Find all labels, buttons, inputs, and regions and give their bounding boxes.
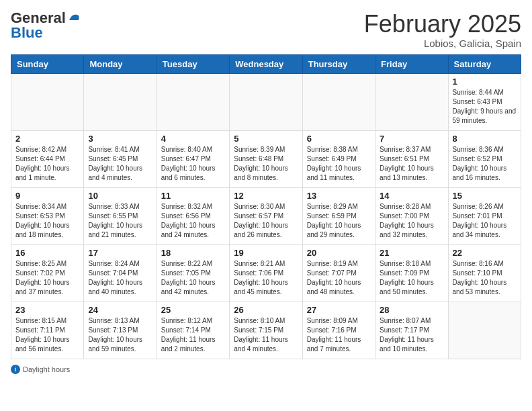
day-number: 25 [161, 305, 225, 315]
logo-icon [66, 11, 81, 26]
day-info: Sunrise: 8:16 AM Sunset: 7:10 PM Dayligh… [453, 259, 517, 297]
calendar-cell: 24Sunrise: 8:13 AM Sunset: 7:13 PM Dayli… [84, 302, 157, 359]
day-number: 4 [161, 134, 225, 144]
day-info: Sunrise: 8:39 AM Sunset: 6:48 PM Dayligh… [234, 145, 298, 183]
calendar-cell: 6Sunrise: 8:38 AM Sunset: 6:49 PM Daylig… [302, 130, 375, 187]
month-title: February 2025 [364, 11, 521, 38]
calendar-cell: 2Sunrise: 8:42 AM Sunset: 6:44 PM Daylig… [11, 130, 84, 187]
day-number: 21 [380, 248, 443, 258]
day-info: Sunrise: 8:29 AM Sunset: 6:59 PM Dayligh… [307, 202, 371, 240]
header-wednesday: Wednesday [230, 54, 302, 73]
day-info: Sunrise: 8:28 AM Sunset: 7:00 PM Dayligh… [380, 202, 443, 240]
day-number: 18 [161, 248, 225, 258]
day-info: Sunrise: 8:44 AM Sunset: 6:43 PM Dayligh… [453, 88, 517, 126]
day-number: 15 [453, 191, 517, 201]
location-title: Lobios, Galicia, Spain [364, 38, 521, 49]
calendar-cell: 11Sunrise: 8:32 AM Sunset: 6:56 PM Dayli… [157, 187, 229, 244]
day-info: Sunrise: 8:13 AM Sunset: 7:13 PM Dayligh… [88, 316, 152, 354]
day-info: Sunrise: 8:24 AM Sunset: 7:04 PM Dayligh… [88, 259, 152, 297]
calendar-cell: 8Sunrise: 8:36 AM Sunset: 6:52 PM Daylig… [448, 130, 521, 187]
day-info: Sunrise: 8:07 AM Sunset: 7:17 PM Dayligh… [380, 316, 443, 354]
calendar-cell: 26Sunrise: 8:10 AM Sunset: 7:15 PM Dayli… [230, 302, 302, 359]
calendar-cell [230, 73, 302, 130]
day-info: Sunrise: 8:21 AM Sunset: 7:06 PM Dayligh… [234, 259, 298, 297]
day-number: 2 [15, 134, 79, 144]
day-info: Sunrise: 8:22 AM Sunset: 7:05 PM Dayligh… [161, 259, 225, 297]
calendar-cell: 14Sunrise: 8:28 AM Sunset: 7:00 PM Dayli… [375, 187, 448, 244]
logo-blue: Blue [11, 24, 43, 41]
week-row-2: 2Sunrise: 8:42 AM Sunset: 6:44 PM Daylig… [11, 130, 521, 187]
calendar-cell: 20Sunrise: 8:19 AM Sunset: 7:07 PM Dayli… [302, 244, 375, 302]
week-row-4: 16Sunrise: 8:25 AM Sunset: 7:02 PM Dayli… [11, 244, 521, 302]
day-number: 17 [88, 248, 152, 258]
day-number: 26 [234, 305, 298, 315]
calendar-cell: 21Sunrise: 8:18 AM Sunset: 7:09 PM Dayli… [375, 244, 448, 302]
calendar-cell: 16Sunrise: 8:25 AM Sunset: 7:02 PM Dayli… [11, 244, 84, 302]
day-info: Sunrise: 8:30 AM Sunset: 6:57 PM Dayligh… [234, 202, 298, 240]
calendar-cell: 7Sunrise: 8:37 AM Sunset: 6:51 PM Daylig… [375, 130, 448, 187]
calendar-cell [84, 73, 157, 130]
calendar-cell: 4Sunrise: 8:40 AM Sunset: 6:47 PM Daylig… [157, 130, 229, 187]
day-info: Sunrise: 8:33 AM Sunset: 6:55 PM Dayligh… [88, 202, 152, 240]
week-row-1: 1Sunrise: 8:44 AM Sunset: 6:43 PM Daylig… [11, 73, 521, 130]
day-number: 10 [88, 191, 152, 201]
calendar-cell: 27Sunrise: 8:09 AM Sunset: 7:16 PM Dayli… [302, 302, 375, 359]
calendar-cell: 10Sunrise: 8:33 AM Sunset: 6:55 PM Dayli… [84, 187, 157, 244]
day-number: 8 [453, 134, 517, 144]
calendar-cell: 13Sunrise: 8:29 AM Sunset: 6:59 PM Dayli… [302, 187, 375, 244]
week-row-5: 23Sunrise: 8:15 AM Sunset: 7:11 PM Dayli… [11, 302, 521, 359]
day-number: 20 [307, 248, 371, 258]
calendar-cell: 18Sunrise: 8:22 AM Sunset: 7:05 PM Dayli… [157, 244, 229, 302]
logo: General Blue [11, 11, 81, 40]
day-number: 3 [88, 134, 152, 144]
logo-general: General [11, 11, 66, 26]
day-info: Sunrise: 8:10 AM Sunset: 7:15 PM Dayligh… [234, 316, 298, 354]
day-number: 7 [380, 134, 443, 144]
day-number: 22 [453, 248, 517, 258]
day-number: 9 [15, 191, 79, 201]
day-info: Sunrise: 8:18 AM Sunset: 7:09 PM Dayligh… [380, 259, 443, 297]
day-info: Sunrise: 8:41 AM Sunset: 6:45 PM Dayligh… [88, 145, 152, 183]
footer-note: i Daylight hours [11, 365, 521, 374]
page-header: General Blue February 2025 Lobios, Galic… [11, 11, 521, 49]
calendar-cell [448, 302, 521, 359]
day-number: 1 [453, 77, 517, 87]
calendar-cell [375, 73, 448, 130]
day-number: 6 [307, 134, 371, 144]
calendar-cell: 9Sunrise: 8:34 AM Sunset: 6:53 PM Daylig… [11, 187, 84, 244]
day-number: 27 [307, 305, 371, 315]
day-info: Sunrise: 8:32 AM Sunset: 6:56 PM Dayligh… [161, 202, 225, 240]
day-number: 14 [380, 191, 443, 201]
day-number: 28 [380, 305, 443, 315]
calendar-header-row: SundayMondayTuesdayWednesdayThursdayFrid… [11, 54, 521, 73]
header-thursday: Thursday [302, 54, 375, 73]
header-monday: Monday [84, 54, 157, 73]
calendar-cell [11, 73, 84, 130]
day-info: Sunrise: 8:15 AM Sunset: 7:11 PM Dayligh… [15, 316, 79, 354]
day-info: Sunrise: 8:38 AM Sunset: 6:49 PM Dayligh… [307, 145, 371, 183]
day-number: 5 [234, 134, 298, 144]
header-tuesday: Tuesday [157, 54, 229, 73]
title-block: February 2025 Lobios, Galicia, Spain [364, 11, 521, 49]
header-sunday: Sunday [11, 54, 84, 73]
day-info: Sunrise: 8:42 AM Sunset: 6:44 PM Dayligh… [15, 145, 79, 183]
day-number: 13 [307, 191, 371, 201]
calendar-cell: 25Sunrise: 8:12 AM Sunset: 7:14 PM Dayli… [157, 302, 229, 359]
day-info: Sunrise: 8:12 AM Sunset: 7:14 PM Dayligh… [161, 316, 225, 354]
calendar-cell: 22Sunrise: 8:16 AM Sunset: 7:10 PM Dayli… [448, 244, 521, 302]
day-info: Sunrise: 8:26 AM Sunset: 7:01 PM Dayligh… [453, 202, 517, 240]
calendar-cell: 1Sunrise: 8:44 AM Sunset: 6:43 PM Daylig… [448, 73, 521, 130]
header-friday: Friday [375, 54, 448, 73]
info-icon: i [11, 365, 20, 374]
calendar-cell: 12Sunrise: 8:30 AM Sunset: 6:57 PM Dayli… [230, 187, 302, 244]
calendar-cell [302, 73, 375, 130]
calendar-cell: 3Sunrise: 8:41 AM Sunset: 6:45 PM Daylig… [84, 130, 157, 187]
day-info: Sunrise: 8:34 AM Sunset: 6:53 PM Dayligh… [15, 202, 79, 240]
day-info: Sunrise: 8:37 AM Sunset: 6:51 PM Dayligh… [380, 145, 443, 183]
calendar-table: SundayMondayTuesdayWednesdayThursdayFrid… [11, 54, 521, 359]
header-saturday: Saturday [448, 54, 521, 73]
calendar-cell [157, 73, 229, 130]
day-info: Sunrise: 8:36 AM Sunset: 6:52 PM Dayligh… [453, 145, 517, 183]
day-number: 11 [161, 191, 225, 201]
calendar-cell: 15Sunrise: 8:26 AM Sunset: 7:01 PM Dayli… [448, 187, 521, 244]
